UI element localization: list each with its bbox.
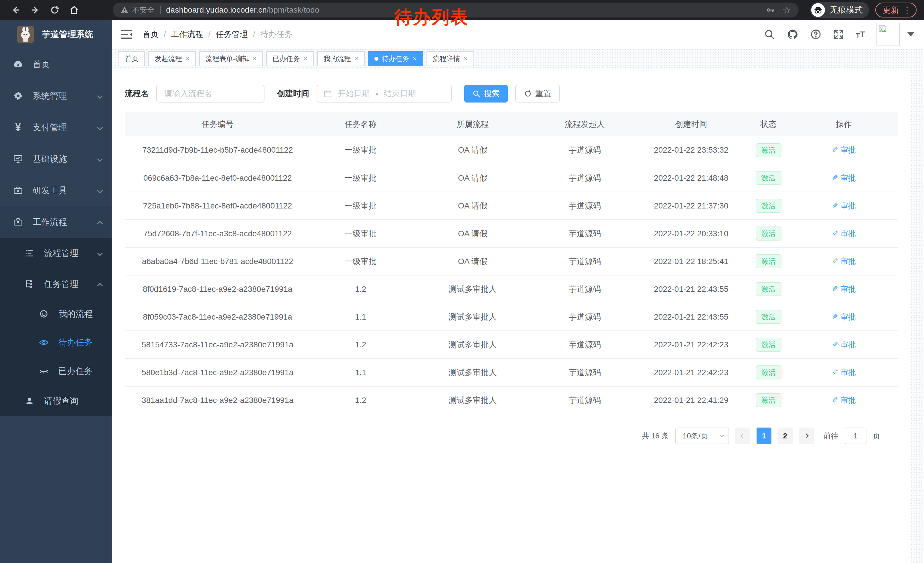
breadcrumb-workflow[interactable]: 工作流程: [171, 29, 203, 40]
edit-pencil-icon: ✎: [832, 174, 838, 182]
table-row: 069c6a63-7b8a-11ec-8ef0-acde48001122一级审批…: [125, 164, 898, 192]
close-icon[interactable]: ×: [252, 55, 256, 62]
app-logo-row[interactable]: 芋道管理系统: [0, 20, 112, 49]
tab-todo-task[interactable]: 待办任务×: [368, 51, 423, 66]
col-task-name: 任务名称: [310, 112, 411, 136]
browser-menu-icon[interactable]: ⋮: [903, 6, 911, 14]
chevron-down-icon: [720, 433, 724, 437]
goto-label: 前往: [824, 431, 838, 441]
tab-process-detail[interactable]: 流程详情×: [426, 51, 474, 66]
sidebar-item-label: 待办任务: [58, 337, 93, 348]
approve-link[interactable]: ✎审批: [832, 284, 856, 294]
sidebar-item-task-mgmt[interactable]: 任务管理: [0, 269, 112, 300]
pagination-total: 共 16 条: [642, 431, 669, 441]
chevron-down-icon: [98, 123, 102, 132]
edit-pencil-icon: ✎: [832, 285, 838, 294]
close-icon[interactable]: ×: [354, 55, 358, 62]
close-icon[interactable]: ×: [464, 55, 468, 62]
sidebar-item-label: 支付管理: [33, 122, 67, 134]
breadcrumb-task-mgmt[interactable]: 任务管理: [216, 29, 248, 40]
close-icon[interactable]: ×: [186, 55, 189, 62]
avatar[interactable]: [876, 23, 900, 46]
approve-link[interactable]: ✎审批: [832, 339, 856, 350]
approve-link[interactable]: ✎审批: [832, 368, 856, 378]
status-badge: 激活: [756, 254, 782, 268]
col-action: 操作: [790, 112, 898, 136]
face-icon: [38, 309, 50, 319]
sidebar-item-my-process[interactable]: 我的流程: [0, 300, 112, 328]
sidebar-item-system[interactable]: 系统管理: [0, 80, 112, 112]
page-button-2[interactable]: 2: [778, 428, 793, 444]
tab-done-task[interactable]: 已办任务×: [266, 51, 314, 66]
reset-button[interactable]: 重置: [515, 85, 560, 102]
page-unit-label: 页: [873, 431, 880, 441]
approve-link[interactable]: ✎审批: [832, 256, 856, 267]
fullscreen-icon[interactable]: [833, 29, 844, 40]
sidebar-item-label: 工作流程: [33, 216, 67, 228]
next-page-button[interactable]: [799, 428, 814, 444]
font-size-icon[interactable]: TT: [856, 30, 865, 39]
incognito-badge: 无痕模式: [810, 2, 869, 18]
help-icon[interactable]: [810, 29, 822, 40]
tab-home[interactable]: 首页: [118, 51, 145, 66]
col-process: 所属流程: [411, 112, 534, 136]
process-list-icon: [24, 248, 36, 258]
page-size-select[interactable]: 10条/页: [675, 428, 729, 444]
chevron-down-icon: [98, 248, 102, 258]
sidebar-item-process-mgmt[interactable]: 流程管理: [0, 238, 112, 269]
sidebar-item-pay[interactable]: ¥ 支付管理: [0, 112, 112, 143]
approve-link[interactable]: ✎审批: [832, 201, 856, 211]
approve-link[interactable]: ✎审批: [832, 145, 856, 155]
search-button[interactable]: 搜索: [464, 85, 508, 102]
browser-back-button[interactable]: [8, 2, 24, 18]
sidebar-item-label: 我的流程: [58, 308, 93, 320]
edit-pencil-icon: ✎: [832, 396, 838, 405]
briefcase-icon: [12, 217, 24, 227]
approve-link[interactable]: ✎审批: [832, 312, 856, 322]
sidebar-item-devtools[interactable]: 研发工具: [0, 175, 112, 206]
avatar-dropdown-caret[interactable]: [908, 32, 914, 36]
app-title: 芋道管理系统: [42, 29, 93, 41]
sidebar-item-workflow[interactable]: 工作流程: [0, 206, 112, 238]
browser-home-button[interactable]: [66, 2, 82, 18]
prev-page-button[interactable]: [735, 428, 750, 444]
sidebar-item-home[interactable]: 首页: [0, 49, 112, 80]
sidebar-item-todo-task[interactable]: 待办任务: [0, 328, 112, 357]
sidebar-collapse-icon[interactable]: [118, 26, 135, 42]
tab-start-process[interactable]: 发起流程×: [148, 51, 196, 66]
close-icon[interactable]: ×: [413, 55, 417, 62]
approve-link[interactable]: ✎审批: [832, 228, 856, 239]
github-icon[interactable]: [787, 29, 799, 41]
browser-forward-button[interactable]: [27, 2, 44, 18]
breadcrumb-separator: /: [253, 30, 255, 39]
process-name-input[interactable]: [156, 85, 264, 102]
breadcrumb-separator: /: [164, 30, 166, 39]
search-icon[interactable]: [764, 29, 775, 40]
goto-page-input[interactable]: [845, 428, 867, 444]
approve-link[interactable]: ✎审批: [832, 395, 856, 405]
sidebar-item-leave-query[interactable]: 请假查询: [0, 386, 112, 416]
close-icon[interactable]: ×: [303, 55, 308, 62]
todo-list-annotation: 待办列表: [394, 5, 469, 29]
browser-update-button[interactable]: 更新 ⋮: [875, 3, 916, 18]
chevron-down-icon: [98, 154, 102, 164]
tab-my-process[interactable]: 我的流程×: [317, 51, 364, 66]
security-label: 不安全: [132, 5, 154, 15]
page-button-1[interactable]: 1: [756, 428, 771, 444]
chevron-up-icon: [98, 279, 102, 289]
task-table: 任务编号 任务名称 所属流程 流程发起人 创建时间 状态 操作 73211d9d…: [125, 112, 898, 414]
bookmark-star-icon[interactable]: ☆: [783, 5, 791, 15]
briefcase-icon: [12, 185, 24, 195]
breadcrumb: 首页 / 工作流程 / 任务管理 / 待办任务: [142, 29, 292, 40]
filter-bar: 流程名 创建时间 开始日期 - 结束日期 搜索 重置: [112, 69, 911, 112]
approve-link[interactable]: ✎审批: [832, 173, 856, 183]
sidebar-item-done-task[interactable]: 已办任务: [0, 357, 112, 386]
password-key-icon[interactable]: [766, 6, 775, 15]
browser-reload-button[interactable]: [46, 2, 63, 18]
date-range-picker[interactable]: 开始日期 - 结束日期: [316, 85, 452, 102]
breadcrumb-home[interactable]: 首页: [142, 29, 159, 40]
sidebar-item-infra[interactable]: 基础设施: [0, 143, 112, 175]
tab-process-form-edit[interactable]: 流程表单-编辑×: [199, 51, 263, 66]
table-header-row: 任务编号 任务名称 所属流程 流程发起人 创建时间 状态 操作: [125, 112, 898, 136]
incognito-label: 无痕模式: [830, 4, 863, 16]
